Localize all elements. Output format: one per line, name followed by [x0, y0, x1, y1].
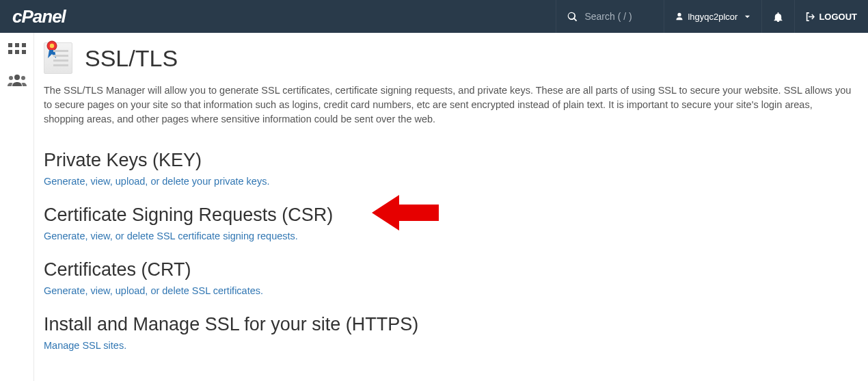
- main-content: SSL/TLS The SSL/TLS Manager will allow y…: [34, 33, 868, 381]
- crt-link[interactable]: Generate, view, upload, or delete SSL ce…: [44, 285, 263, 296]
- apps-grid-icon: [8, 43, 26, 60]
- section-heading-install: Install and Manage SSL for your site (HT…: [44, 314, 853, 335]
- top-header: cPanel lhgyqc2plcor LOGOUT: [0, 0, 868, 33]
- intro-paragraph: The SSL/TLS Manager will allow you to ge…: [44, 83, 853, 127]
- body-wrapper: SSL/TLS The SSL/TLS Manager will allow y…: [0, 33, 868, 381]
- csr-link[interactable]: Generate, view, or delete SSL certificat…: [44, 231, 298, 241]
- logout-icon: [806, 12, 815, 21]
- ssl-tls-page-icon: [44, 42, 72, 74]
- search-input[interactable]: [584, 11, 653, 22]
- svg-point-8: [21, 76, 25, 80]
- logout-button[interactable]: LOGOUT: [794, 0, 868, 33]
- search-cell[interactable]: [556, 0, 664, 33]
- bell-icon: [773, 12, 783, 22]
- svg-rect-4: [15, 50, 19, 54]
- svg-rect-3: [8, 50, 12, 54]
- section-heading-csr: Certificate Signing Requests (CSR): [44, 205, 853, 226]
- section-heading-key: Private Keys (KEY): [44, 150, 853, 171]
- page-title: SSL/TLS: [85, 45, 178, 72]
- user-menu[interactable]: lhgyqc2plcor: [664, 0, 761, 33]
- user-icon: [675, 12, 683, 21]
- notifications-button[interactable]: [761, 0, 794, 33]
- sidebar-item-apps[interactable]: [5, 41, 29, 62]
- highlight-arrow-icon: [372, 192, 440, 236]
- page-title-row: SSL/TLS: [44, 42, 853, 74]
- doc-lines-icon: [53, 50, 68, 69]
- svg-point-10: [50, 44, 54, 48]
- left-sidebar: [0, 33, 34, 381]
- private-keys-link[interactable]: Generate, view, upload, or delete your p…: [44, 176, 269, 187]
- svg-rect-1: [15, 43, 19, 47]
- svg-rect-2: [22, 43, 26, 47]
- csr-section-wrap: Certificate Signing Requests (CSR) Gener…: [44, 205, 853, 259]
- logo-text: cPanel: [12, 6, 66, 27]
- username-label: lhgyqc2plcor: [688, 12, 737, 22]
- cpanel-logo[interactable]: cPanel: [0, 6, 78, 27]
- sidebar-item-users[interactable]: [5, 71, 29, 92]
- svg-rect-5: [22, 50, 26, 54]
- search-icon: [567, 12, 578, 22]
- section-heading-crt: Certificates (CRT): [44, 259, 853, 280]
- manage-ssl-link[interactable]: Manage SSL sites.: [44, 340, 126, 351]
- svg-point-7: [9, 76, 13, 80]
- logout-label: LOGOUT: [819, 12, 857, 22]
- caret-down-icon: [744, 14, 750, 20]
- svg-rect-0: [8, 43, 12, 47]
- users-icon: [8, 73, 27, 90]
- svg-point-6: [14, 75, 20, 80]
